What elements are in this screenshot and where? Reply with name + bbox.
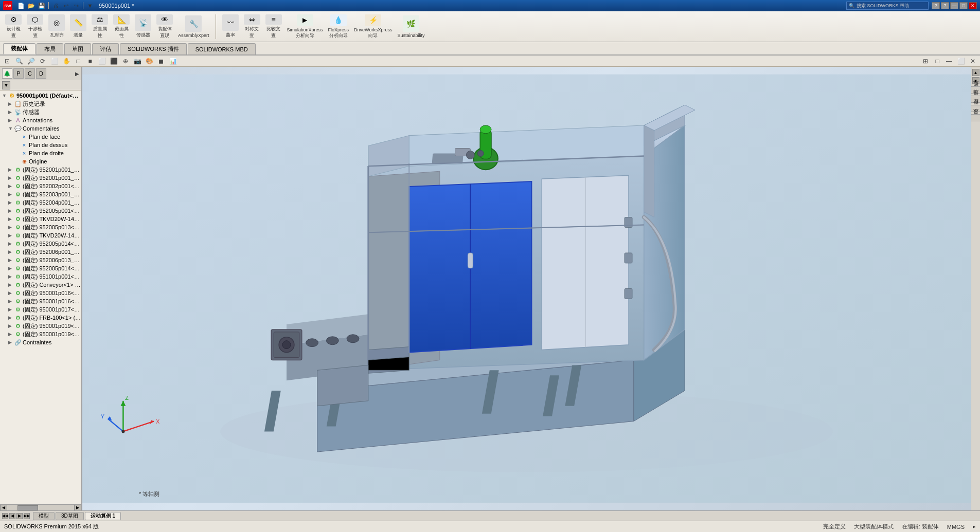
tree-part14[interactable]: ▶ ⚙ (固定) 951001p001<1> (...	[0, 272, 81, 281]
scroll-right-btn[interactable]: ▶	[74, 505, 81, 511]
interference-btn[interactable]: ⬡ 干涉检查	[25, 13, 45, 40]
tab-scroll-back[interactable]: ◀	[9, 513, 15, 519]
right-panel-tab-2[interactable]: 场景	[971, 96, 981, 103]
panel-tab-config[interactable]: C	[25, 68, 35, 79]
tree-annotations[interactable]: ▶ A Annotations	[0, 116, 81, 124]
design-check-btn[interactable]: ⚙ 设计检查	[3, 13, 24, 40]
open-btn[interactable]: 📂	[27, 1, 36, 10]
zoom-in-btn[interactable]: 🔍	[14, 57, 24, 66]
tree-part7[interactable]: ▶ ⚙ (固定) TKVD20W-1440<1...	[0, 215, 81, 223]
scroll-thumb[interactable]	[17, 505, 38, 510]
right-panel-tab-4[interactable]: 显示	[971, 114, 981, 121]
tree-filter-btn[interactable]: ▼	[2, 81, 10, 89]
tree-commentaires[interactable]: ▼ 💬 Commentaires	[0, 124, 81, 133]
display-manager-btn[interactable]: 📊	[168, 57, 178, 66]
view-single-btn[interactable]: □	[932, 57, 942, 66]
sustainability-btn[interactable]: 🌿 Sustainability	[395, 13, 426, 40]
tree-part15[interactable]: ▶ ⚙ (固定) Conveyor<1> (Déf...	[0, 281, 81, 289]
tree-part13[interactable]: ▶ ⚙ (固定) 952005p014<2> (...	[0, 264, 81, 272]
zoom-out-btn[interactable]: 🔎	[26, 57, 36, 66]
tree-history[interactable]: ▶ 📋 历史记录	[0, 100, 81, 108]
tree-contraintes[interactable]: ▶ 🔗 Contraintes	[0, 338, 81, 346]
viewport[interactable]: X Y Z * 等轴测	[82, 67, 971, 510]
compare-btn[interactable]: ≡ 比较文查	[263, 13, 284, 40]
tree-part16[interactable]: ▶ ⚙ (固定) 950001p016<1> (...	[0, 289, 81, 297]
section-view-btn[interactable]: ⊕	[120, 57, 131, 66]
maximize-btn[interactable]: □	[959, 2, 968, 9]
simulation-xpress-btn[interactable]: ▶ SimulationXpress分析向导	[285, 13, 325, 40]
tab-sw-plugins[interactable]: SOLIDWORKS 插件	[120, 43, 187, 54]
tree-part18[interactable]: ▶ ⚙ (固定) 950001p017<1> (...	[0, 305, 81, 314]
undo-btn[interactable]: ↩	[61, 1, 70, 10]
tree-part17[interactable]: ▶ ⚙ (固定) 950001p016<2> (...	[0, 297, 81, 305]
tree-part4[interactable]: ▶ ⚙ (固定) 952003p001_EXTE...	[0, 190, 81, 198]
assembly-view-btn[interactable]: 👁 装配体直观	[154, 13, 175, 40]
shaded-btn[interactable]: ■	[85, 57, 95, 66]
view-min-btn[interactable]: —	[944, 57, 954, 66]
mass-props-btn[interactable]: ⚖ 质量属性	[90, 13, 110, 40]
tree-part2[interactable]: ▶ ⚙ (固定) 952001p001_RETR...	[0, 174, 81, 182]
view-selector-btn[interactable]: ⬜	[49, 57, 60, 66]
status-expand-btn[interactable]: ▸	[973, 523, 976, 530]
tree-part5[interactable]: ▶ ⚙ (固定) 952004p001_DEFA...	[0, 198, 81, 207]
panel-tab-property[interactable]: P	[13, 68, 24, 79]
right-btn-1[interactable]: ▲	[972, 69, 979, 76]
minimize-btn[interactable]: ?	[932, 2, 940, 9]
tree-part9[interactable]: ▶ ⚙ (固定) TKVD20W-1440<2...	[0, 231, 81, 240]
tab-scroll-fwd[interactable]: ▶	[16, 513, 23, 519]
search-box[interactable]: 🔍 搜索 SOLIDWORKS 帮助	[846, 2, 929, 10]
view-close-btn[interactable]: ✕	[968, 57, 978, 66]
tree-part11[interactable]: ▶ ⚙ (固定) 952006p001_DEFA...	[0, 248, 81, 256]
tab-layout[interactable]: 布局	[37, 43, 63, 54]
section-props-btn[interactable]: 📐 截面属性	[111, 13, 132, 40]
driveworks-btn[interactable]: ⚡ DriveWorksXpress向导	[352, 13, 394, 40]
align-check-btn[interactable]: ⇔ 对称文查	[242, 13, 262, 40]
view-max-btn[interactable]: ⬜	[956, 57, 966, 66]
measure-btn[interactable]: 📏 测量	[68, 13, 88, 40]
tree-part20[interactable]: ▶ ⚙ (固定) 950001p019<1> (...	[0, 322, 81, 330]
new-btn[interactable]: 📄	[16, 1, 26, 10]
help-btn[interactable]: ?	[941, 2, 949, 9]
scroll-left-btn[interactable]: ◀	[0, 505, 7, 511]
sensor-btn[interactable]: 📡 传感器	[133, 13, 153, 40]
tree-part10[interactable]: ▶ ⚙ (固定) 952005p014<1> (...	[0, 240, 81, 248]
right-btn-2[interactable]: ▼	[972, 77, 979, 84]
right-panel-tab-1[interactable]: 外观	[971, 86, 981, 94]
tree-plan-face[interactable]: × Plan de face	[0, 133, 81, 141]
tree-plan-dessus[interactable]: × Plan de dessus	[0, 141, 81, 149]
pan-btn[interactable]: ✋	[61, 57, 72, 66]
tree-part12[interactable]: ▶ ⚙ (固定) 952006p013_DEFA...	[0, 256, 81, 264]
rotate-btn[interactable]: ⟳	[38, 57, 48, 66]
print-btn[interactable]: 🖨	[51, 1, 60, 10]
color-btn[interactable]: 🎨	[144, 57, 154, 66]
tree-part6[interactable]: ▶ ⚙ (固定) 952005p001<1> (...	[0, 207, 81, 215]
tree-part8[interactable]: ▶ ⚙ (固定) 952005p013<1> (...	[0, 223, 81, 231]
flo-xpress-btn[interactable]: 💧 FloXpress分析向导	[326, 13, 351, 40]
options-btn[interactable]: ▼	[85, 1, 95, 10]
tree-part19[interactable]: ▶ ⚙ (固定) FRB-100<1> (Défa...	[0, 314, 81, 322]
tab-sketch[interactable]: 草图	[64, 43, 91, 54]
close-btn[interactable]: ✕	[969, 2, 977, 9]
bottom-tab-model[interactable]: 模型	[33, 512, 55, 520]
tab-evaluate[interactable]: 评估	[92, 43, 119, 54]
hidden-lines-btn[interactable]: ⬛	[109, 57, 119, 66]
tree-part3[interactable]: ▶ ⚙ (固定) 952002p001<1> (...	[0, 182, 81, 190]
appearance-btn[interactable]: ◼	[156, 57, 166, 66]
hole-align-btn[interactable]: ◎ 孔对齐	[46, 13, 67, 40]
wireframe-btn[interactable]: ⬜	[97, 57, 107, 66]
tab-sw-mbd[interactable]: SOLIDWORKS MBD	[188, 43, 256, 54]
panel-tab-display[interactable]: D	[36, 68, 46, 79]
assembly-xpert-btn[interactable]: 🔧 AssemblyXpert	[176, 13, 211, 40]
panel-collapse-btn[interactable]: ▶	[75, 71, 79, 77]
tree-origine[interactable]: ⊕ Origine	[0, 157, 81, 166]
tab-scroll-left[interactable]: ◀◀	[2, 513, 8, 519]
view-layout-btn[interactable]: ⊞	[920, 57, 931, 66]
tab-scroll-right[interactable]: ▶▶	[24, 513, 30, 519]
zoom-to-fit-btn[interactable]: ⊡	[2, 57, 12, 66]
tree-part1[interactable]: ▶ ⚙ (固定) 952001p001_RETR...	[0, 166, 81, 174]
display-style-btn[interactable]: □	[73, 57, 83, 66]
right-panel-tab-3[interactable]: 贴图	[971, 105, 981, 112]
tree-root[interactable]: ▼ ⚙ 950001p001 (Défaut<显示状...	[0, 91, 81, 100]
save-btn[interactable]: 💾	[37, 1, 46, 10]
tab-assembly[interactable]: 装配体	[3, 43, 35, 54]
